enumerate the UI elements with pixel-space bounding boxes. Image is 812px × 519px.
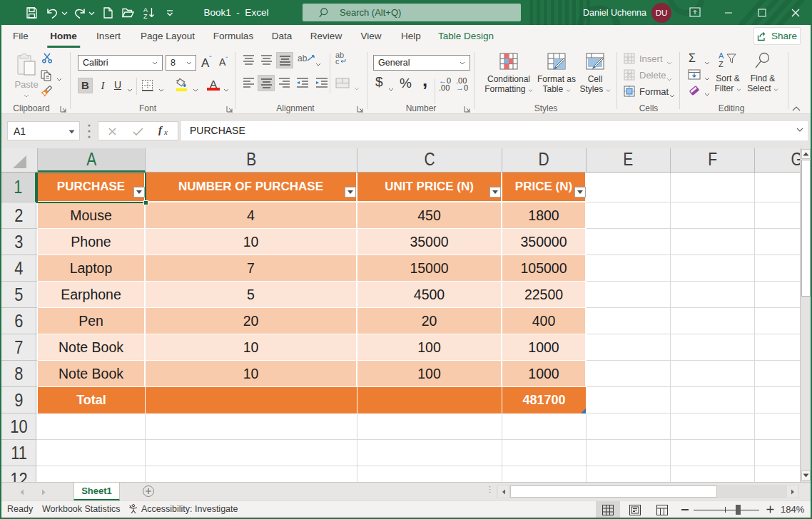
- svg-text:Z: Z: [719, 60, 724, 68]
- svg-text:Z: Z: [143, 13, 148, 19]
- svg-text:A: A: [719, 51, 724, 60]
